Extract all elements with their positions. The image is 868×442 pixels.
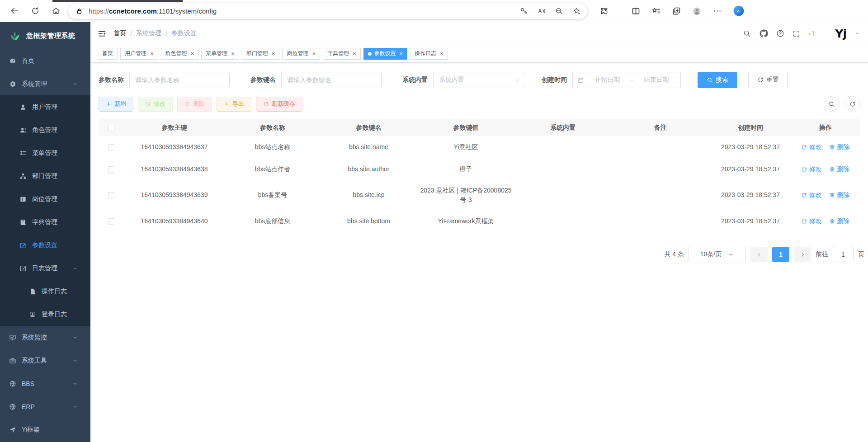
sidebar-item-参数设置[interactable]: 参数设置 — [0, 234, 90, 257]
goto-page-input[interactable] — [833, 247, 854, 262]
sidebar-item-Yi框架[interactable]: Yi框架 — [0, 418, 90, 441]
app-logo[interactable]: 意框架管理系统 — [0, 22, 90, 49]
reload-icon[interactable] — [31, 6, 40, 15]
row-checkbox[interactable] — [108, 218, 114, 225]
close-tab-icon[interactable]: × — [150, 51, 154, 56]
show-search-button[interactable] — [824, 96, 839, 112]
row-checkbox[interactable] — [108, 166, 114, 173]
删除-link[interactable]: 删除 — [829, 165, 849, 174]
prev-page-button[interactable] — [750, 247, 768, 262]
search-icon[interactable] — [743, 29, 751, 38]
close-tab-icon[interactable]: × — [191, 51, 194, 56]
新增-button[interactable]: 新增 — [99, 97, 133, 112]
more-dots-icon[interactable] — [712, 6, 722, 16]
删除-link[interactable]: 删除 — [829, 190, 849, 200]
sidebar-item-首页[interactable]: 首页 — [0, 49, 90, 72]
close-tab-icon[interactable]: × — [231, 51, 235, 56]
修改-button[interactable]: 修改 — [138, 97, 173, 112]
search-button[interactable]: 搜索 — [698, 72, 737, 88]
read-aloud-icon[interactable]: A — [537, 7, 546, 15]
删除-link[interactable]: 删除 — [829, 216, 849, 226]
sidebar-item-角色管理[interactable]: 角色管理 — [0, 118, 90, 141]
修改-link[interactable]: 修改 — [802, 142, 822, 152]
sidebar-collapse-icon[interactable] — [98, 29, 106, 38]
tab-部门管理[interactable]: 部门管理× — [242, 48, 280, 60]
back-icon[interactable] — [10, 6, 19, 15]
row-checkbox[interactable] — [108, 192, 114, 198]
sidebar-item-登录日志[interactable]: 登录日志 — [0, 303, 90, 326]
bing-icon[interactable] — [733, 5, 745, 17]
close-tab-icon[interactable]: × — [312, 51, 316, 56]
sidebar-item-字典管理[interactable]: 字典管理 — [0, 211, 90, 234]
next-page-button[interactable] — [794, 247, 811, 262]
builtin-select[interactable]: 系统内置 — [433, 72, 525, 88]
tab-首页[interactable]: 首页 — [98, 48, 118, 60]
key-icon[interactable] — [519, 7, 528, 15]
star-plus-icon[interactable] — [572, 7, 581, 15]
修改-link[interactable]: 修改 — [802, 165, 822, 174]
sidebar-item-BBS[interactable]: BBS — [0, 372, 90, 395]
cell-created: 2023-03-29 18:52:37 — [710, 190, 791, 200]
修改-link[interactable]: 修改 — [802, 216, 822, 226]
row-checkbox[interactable] — [108, 144, 114, 150]
删除-link[interactable]: 删除 — [829, 142, 849, 152]
tab-操作日志[interactable]: 操作日志× — [410, 48, 448, 60]
sidebar-item-ERP[interactable]: ERP — [0, 395, 90, 418]
close-tab-icon[interactable]: × — [272, 51, 275, 56]
page-size-select[interactable]: 10条/页 — [689, 247, 746, 262]
tab-菜单管理[interactable]: 菜单管理× — [201, 48, 239, 60]
date-range-picker[interactable]: 开始日期 - 结束日期 — [572, 72, 681, 88]
edit-icon — [802, 218, 807, 224]
breadcrumb-item[interactable]: 系统管理 — [136, 29, 161, 38]
fullscreen-icon[interactable] — [793, 30, 800, 38]
param-key-input[interactable] — [281, 72, 382, 88]
修改-link[interactable]: 修改 — [802, 190, 822, 200]
filter-form: 参数名称 参数键名 系统内置 系统内置 创建时间 开始日期 - 结束日期 搜索 — [90, 63, 868, 88]
刷新缓存-button[interactable]: 刷新缓存 — [256, 97, 302, 112]
select-all-checkbox[interactable] — [108, 125, 114, 131]
sidebar-item-系统工具[interactable]: 系统工具 — [0, 349, 90, 372]
extensions-icon[interactable] — [599, 6, 609, 16]
tab-字典管理[interactable]: 字典管理× — [323, 48, 361, 60]
help-icon[interactable] — [776, 29, 784, 38]
current-page-button[interactable]: 1 — [772, 247, 789, 262]
param-name-input[interactable] — [129, 72, 230, 88]
sidebar-item-岗位管理[interactable]: 岗位管理 — [0, 188, 90, 211]
font-size-icon[interactable]: TT — [808, 29, 817, 38]
sidebar-item-label: Yi框架 — [22, 426, 40, 434]
tab-角色管理[interactable]: 角色管理× — [161, 48, 199, 60]
tab-参数设置[interactable]: 参数设置× — [363, 48, 408, 60]
url-text[interactable]: https://ccnetcore.com:1101/system/config — [89, 7, 519, 15]
split-screen-icon[interactable] — [631, 6, 641, 16]
profile-icon[interactable] — [692, 6, 702, 16]
sidebar-item-菜单管理[interactable]: 菜单管理 — [0, 141, 90, 165]
github-icon[interactable] — [759, 29, 768, 38]
caret-down-icon[interactable] — [854, 31, 860, 36]
chevron-up-icon — [72, 81, 78, 87]
date-end-placeholder[interactable]: 结束日期 — [637, 76, 676, 84]
tab-用户管理[interactable]: 用户管理× — [120, 48, 158, 60]
refresh-table-button[interactable] — [844, 96, 860, 112]
sidebar-item-系统管理[interactable]: 系统管理 — [0, 72, 90, 95]
address-bar[interactable]: https://ccnetcore.com:1101/system/config… — [68, 3, 588, 19]
collections-icon[interactable] — [672, 6, 681, 16]
close-tab-icon[interactable]: × — [400, 51, 403, 56]
favorites-bar-icon[interactable] — [651, 6, 661, 16]
导出-button[interactable]: 导出 — [217, 97, 251, 112]
sidebar-item-日志管理[interactable]: 日志管理 — [0, 257, 90, 280]
删除-button[interactable]: 删除 — [177, 97, 212, 112]
tab-岗位管理[interactable]: 岗位管理× — [282, 48, 320, 60]
user-avatar-logo[interactable]: Yj — [835, 27, 846, 40]
editsq-icon — [19, 242, 27, 249]
zoom-out-icon[interactable] — [555, 7, 563, 15]
home-icon[interactable] — [52, 6, 61, 15]
breadcrumb-item[interactable]: 首页 — [113, 29, 126, 38]
sidebar-item-部门管理[interactable]: 部门管理 — [0, 165, 90, 188]
close-tab-icon[interactable]: × — [440, 51, 443, 56]
reset-button[interactable]: 重置 — [748, 72, 788, 88]
sidebar-item-系统监控[interactable]: 系统监控 — [0, 326, 90, 349]
close-tab-icon[interactable]: × — [353, 51, 356, 56]
date-start-placeholder[interactable]: 开始日期 — [588, 76, 627, 84]
sidebar-item-用户管理[interactable]: 用户管理 — [0, 95, 90, 118]
sidebar-item-操作日志[interactable]: 操作日志 — [0, 280, 90, 303]
